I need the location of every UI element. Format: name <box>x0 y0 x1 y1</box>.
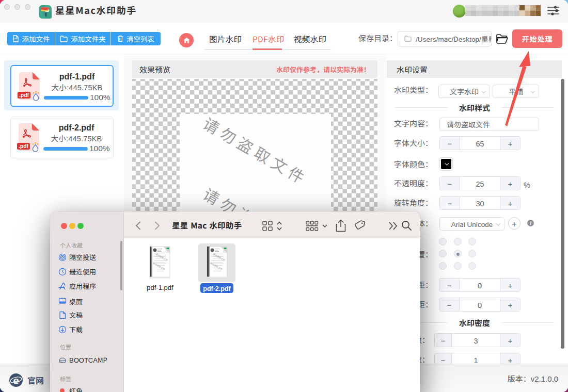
svg-text:e: e <box>13 374 19 386</box>
svg-text:.pdf: .pdf <box>19 92 29 98</box>
svg-text:.pdf: .pdf <box>19 143 29 149</box>
